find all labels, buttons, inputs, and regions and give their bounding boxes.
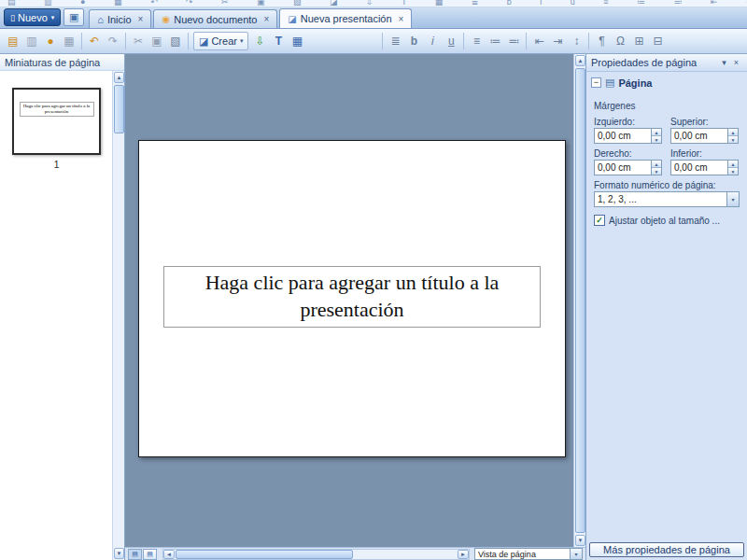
spinner: ▲ ▼: [727, 160, 739, 175]
publish-icon[interactable]: ●: [41, 32, 60, 50]
new-button[interactable]: ▯ Nuevo ▾: [4, 8, 61, 26]
formatting-marks-icon[interactable]: ≣: [386, 32, 404, 50]
close-tab-icon[interactable]: ×: [138, 14, 144, 24]
page-number-format-select[interactable]: 1, 2, 3, ... ▾: [594, 191, 740, 207]
editing-canvas[interactable]: Haga clic para agregar un título a la pr…: [125, 54, 573, 547]
spin-down-icon[interactable]: ▼: [652, 168, 661, 175]
title-placeholder[interactable]: Haga clic para agregar un título a la pr…: [163, 266, 541, 328]
close-tab-icon[interactable]: ×: [399, 14, 404, 24]
spin-down-icon[interactable]: ▼: [652, 136, 661, 143]
thumbnails-panel: Miniaturas de página Haga clic para agre…: [0, 54, 125, 560]
increase-indent-icon[interactable]: ⇥: [548, 32, 567, 50]
scroll-up-icon[interactable]: ▲: [114, 72, 124, 83]
scrollbar-thumb[interactable]: [575, 68, 585, 533]
pane-menu-icon[interactable]: ▾: [718, 58, 730, 67]
page-section-header[interactable]: − ▤ Página: [586, 72, 747, 91]
more-page-properties-button[interactable]: Más propiedades de página: [589, 542, 744, 557]
page-number-format-value: 1, 2, 3, ...: [598, 194, 637, 204]
open-icon[interactable]: ▤: [4, 32, 22, 50]
margin-right-label: Derecho:: [594, 148, 662, 159]
toolbar-separator: [188, 33, 189, 49]
toolbar-separator: [125, 33, 126, 49]
clipped-icons: ▤ ▥ ● ▦ ↶ ↷ ✂ ▣ ▧ ◪ ⇩ T ▦ ≣ b i u ≡ ≔ ≕ …: [0, 0, 747, 7]
spin-up-icon[interactable]: ▲: [652, 161, 661, 168]
windows-icon: ▣: [69, 11, 78, 22]
scroll-down-icon[interactable]: ▼: [575, 535, 585, 546]
section-label: Página: [618, 77, 652, 89]
italic-icon[interactable]: i: [423, 32, 442, 50]
cut-icon[interactable]: ✂: [129, 32, 148, 50]
grid-icon[interactable]: ⊞: [629, 32, 648, 50]
bold-icon[interactable]: b: [404, 32, 423, 50]
insert-text-icon[interactable]: T: [269, 32, 288, 50]
align-icon[interactable]: ≡: [467, 32, 486, 50]
page-view-button[interactable]: ▤: [128, 549, 142, 560]
margin-top-field[interactable]: 0,00 cm ▲ ▼: [670, 128, 739, 144]
create-button[interactable]: ◪ Crear ▾: [193, 32, 248, 50]
slide-page[interactable]: Haga clic para agregar un título a la pr…: [138, 140, 566, 457]
bullet-list-icon[interactable]: ≔: [486, 32, 504, 50]
page-thumbnail[interactable]: Haga clic para agregar un título a la pr…: [12, 88, 101, 155]
toolbar-separator: [81, 33, 82, 49]
underline-icon[interactable]: u: [442, 32, 460, 50]
margin-right-field[interactable]: 0,00 cm ▲ ▼: [594, 160, 662, 175]
redo-icon[interactable]: ↷: [104, 32, 122, 50]
import-icon[interactable]: ⇩: [250, 32, 269, 50]
chevron-down-icon: ▾: [51, 14, 55, 21]
fit-object-checkbox[interactable]: ✓: [594, 215, 605, 226]
margin-left-field[interactable]: 0,00 cm ▲ ▼: [594, 128, 662, 144]
chevron-down-icon: ▾: [240, 37, 244, 45]
margin-bottom-field[interactable]: 0,00 cm ▲ ▼: [670, 160, 739, 175]
special-character-icon[interactable]: Ω: [611, 32, 629, 50]
application-window: ▤ ▥ ● ▦ ↶ ↷ ✂ ▣ ▧ ◪ ⇩ T ▦ ≣ b i u ≡ ≔ ≕ …: [0, 0, 747, 560]
insert-table-icon[interactable]: ▦: [288, 32, 306, 50]
spin-down-icon[interactable]: ▼: [728, 168, 738, 175]
paragraph-icon[interactable]: ¶: [592, 32, 611, 50]
numbered-list-icon[interactable]: ≕: [504, 32, 523, 50]
canvas-vertical-scrollbar[interactable]: ▲ ▼: [573, 54, 585, 547]
tab-bar: ▯ Nuevo ▾ ▣ ⌂ Inicio × ◉ Nuevo documento…: [0, 7, 747, 29]
view-mode-select[interactable]: Vista de página ▾: [474, 548, 583, 560]
scroll-right-icon[interactable]: ►: [458, 550, 469, 559]
undo-icon[interactable]: ↶: [85, 32, 104, 50]
margin-top-value[interactable]: 0,00 cm: [670, 128, 727, 144]
close-tab-icon[interactable]: ×: [263, 14, 269, 24]
window-list-button[interactable]: ▣: [63, 8, 84, 26]
spin-down-icon[interactable]: ▼: [728, 136, 738, 143]
margin-left-value[interactable]: 0,00 cm: [594, 128, 651, 144]
scrollbar-thumb[interactable]: [114, 85, 124, 133]
margin-right-value[interactable]: 0,00 cm: [594, 160, 651, 175]
page-icon: ▤: [605, 77, 614, 89]
thumbnails-scrollbar[interactable]: ▲ ▼: [112, 71, 124, 560]
spin-up-icon[interactable]: ▲: [652, 129, 661, 136]
scrollbar-thumb[interactable]: [176, 550, 353, 559]
tab-inicio[interactable]: ⌂ Inicio ×: [89, 9, 151, 28]
create-label: Crear: [211, 35, 237, 47]
spin-up-icon[interactable]: ▲: [728, 129, 738, 136]
spin-up-icon[interactable]: ▲: [728, 161, 738, 168]
margin-bottom-value[interactable]: 0,00 cm: [670, 160, 727, 175]
print-icon[interactable]: ▦: [60, 32, 78, 50]
collapse-section-icon[interactable]: −: [591, 77, 601, 88]
paste-icon[interactable]: ▧: [166, 32, 185, 50]
grid-collapse-icon[interactable]: ⊟: [648, 32, 667, 50]
decrease-indent-icon[interactable]: ⇤: [529, 32, 548, 50]
tab-nuevo-documento[interactable]: ◉ Nuevo documento ×: [153, 9, 277, 28]
page-number-format-label: Formato numérico de página:: [594, 180, 740, 190]
tab-nueva-presentacion[interactable]: ◪ Nueva presentación ×: [279, 8, 412, 28]
toolbar-separator: [526, 33, 527, 49]
continuous-view-button[interactable]: ▤: [143, 549, 157, 560]
fit-object-row[interactable]: ✓ Ajustar objeto al tamaño ...: [594, 215, 740, 226]
view-mode-value: Vista de página: [478, 550, 536, 559]
scroll-down-icon[interactable]: ▼: [114, 548, 124, 559]
close-panel-icon[interactable]: ×: [730, 58, 742, 67]
scroll-left-icon[interactable]: ◄: [163, 550, 175, 559]
canvas-horizontal-scrollbar[interactable]: ◄ ►: [162, 549, 470, 560]
more-page-properties-label: Más propiedades de página: [603, 544, 730, 555]
line-spacing-icon[interactable]: ↕: [567, 32, 585, 50]
copy-icon[interactable]: ▣: [148, 32, 166, 50]
chevron-down-icon[interactable]: ▾: [726, 192, 739, 206]
chevron-down-icon[interactable]: ▾: [570, 549, 582, 559]
scroll-up-icon[interactable]: ▲: [575, 55, 585, 66]
save-icon[interactable]: ▥: [22, 32, 41, 50]
